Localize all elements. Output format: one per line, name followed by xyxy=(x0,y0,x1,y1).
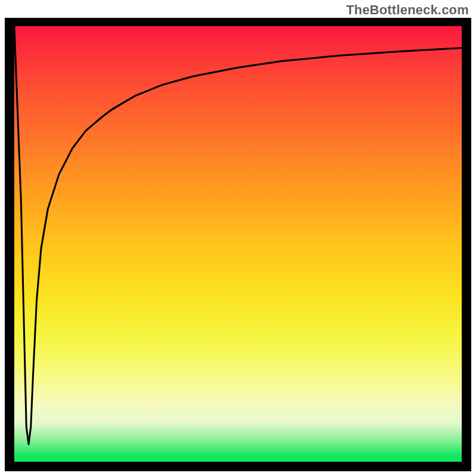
chart-frame xyxy=(5,18,471,471)
attribution-label: TheBottleneck.com xyxy=(346,2,469,18)
bottleneck-curve xyxy=(14,26,462,462)
curve-path xyxy=(14,26,462,444)
chart-gradient-background xyxy=(14,26,462,462)
curve-highlight xyxy=(97,104,121,121)
